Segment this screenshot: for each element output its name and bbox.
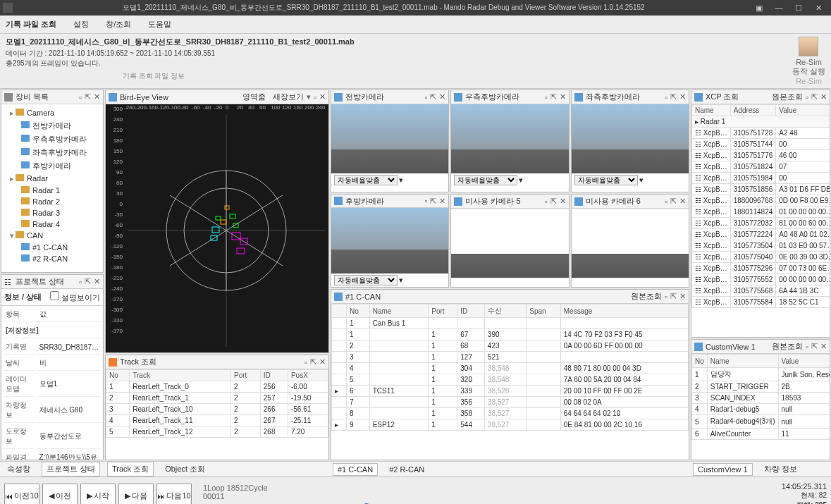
tree-item[interactable]: 우측후방카메라 bbox=[4, 133, 100, 146]
tab-ccan[interactable]: #1 C-CAN bbox=[333, 463, 378, 476]
bev-title: Bird-Eye View bbox=[120, 93, 168, 102]
camera-feed bbox=[451, 104, 568, 173]
menu-tab-settings[interactable]: 설정 bbox=[73, 19, 89, 30]
bev-reset-btn[interactable]: 새장보기 bbox=[273, 92, 304, 102]
play-다음10[interactable]: ⏭ 다음10 bbox=[156, 484, 192, 505]
can-tab-footer: #1 C-CAN #2 R-CAN bbox=[330, 461, 690, 477]
camera-zoom-select[interactable]: 자동배율맞춤 bbox=[334, 275, 398, 285]
menu-icon[interactable]: ▣ bbox=[749, 4, 769, 13]
can-source-btn[interactable]: 원본조회 bbox=[631, 291, 662, 302]
menu-tab-main[interactable]: 기록 파일 조회 bbox=[6, 19, 56, 30]
panel-pin2-icon[interactable]: ⇱ bbox=[85, 277, 91, 286]
status-label: 정보 / 상태 bbox=[4, 292, 42, 302]
project-icon: ☷ bbox=[4, 278, 13, 286]
player-bar: ⏮ 이전10◀ 이전▶ 시작▶ 다음⏭ 다음10 1Loop 18512Cycl… bbox=[0, 477, 831, 504]
panel-close-icon[interactable]: ✕ bbox=[94, 92, 100, 102]
tab-cv[interactable]: CustomView 1 bbox=[693, 463, 753, 476]
svg-line-5 bbox=[226, 195, 283, 231]
cv-title: CustomView 1 bbox=[706, 343, 756, 351]
camera-feed bbox=[572, 104, 689, 173]
tree-item[interactable]: ▸Camera bbox=[4, 107, 100, 119]
tree-item[interactable]: 전방카메라 bbox=[4, 119, 100, 133]
window-title: 모델1_20211110_제네시스_G80_비_동부간선도로_SRR30_DH8… bbox=[18, 3, 749, 13]
workspace: 장비 목록 ▫ ⇱ ✕ ▸Camera전방카메라우측후방카메라좌측후방카메라후방… bbox=[0, 89, 831, 477]
panel-pin-icon[interactable]: ▫ bbox=[79, 93, 82, 102]
tree-item[interactable]: #1 C-CAN bbox=[4, 242, 100, 253]
resim-icon bbox=[799, 37, 818, 56]
tab-carinfo[interactable]: 차량 정보 bbox=[760, 462, 801, 476]
tree-item[interactable]: 좌측후방카메라 bbox=[4, 146, 100, 159]
menu-tab-view[interactable]: 창/조회 bbox=[106, 19, 131, 30]
svg-rect-11 bbox=[230, 214, 235, 219]
tab-object[interactable]: Object 조회 bbox=[161, 462, 209, 476]
timeline[interactable]: 1Loop 18512Cycle00011 bbox=[203, 484, 773, 505]
play-이전10[interactable]: ⏮ 이전10 bbox=[4, 484, 39, 505]
tree-item[interactable]: Radar 4 bbox=[4, 219, 100, 230]
resim-button[interactable]: Re-Sim 동작 실행 Re-Sim bbox=[792, 37, 825, 85]
tab-project[interactable]: 프로젝트 상태 bbox=[42, 462, 100, 477]
svg-line-4 bbox=[170, 195, 226, 231]
tree-item[interactable]: Radar 2 bbox=[4, 196, 100, 207]
equip-icon bbox=[4, 93, 13, 102]
tree-item[interactable]: 후방카메라 bbox=[4, 159, 100, 173]
track-title: Track 조회 bbox=[120, 357, 156, 367]
svg-line-6 bbox=[170, 231, 226, 266]
camera-panel: 좌측후방카메라▫⇱✕자동배율맞춤 ▾ bbox=[571, 90, 689, 192]
minimize-button[interactable]: — bbox=[769, 4, 789, 12]
project-title: 프로젝트 상태 bbox=[16, 276, 64, 287]
cv-table[interactable]: NoNameValue단위1담당자Junlk Son, Research Eng… bbox=[691, 354, 830, 440]
panel-pin-icon[interactable]: ▫ bbox=[79, 278, 82, 286]
cv-source-btn[interactable]: 원본조회 bbox=[772, 341, 803, 352]
camera-icon bbox=[334, 197, 343, 205]
tab-track[interactable]: Track 조회 bbox=[107, 462, 154, 477]
camera-icon bbox=[454, 93, 462, 102]
track-table[interactable]: NoTrackPortIDPosX1RearLeft_Track_02256-6… bbox=[106, 369, 328, 438]
maximize-button[interactable]: ☐ bbox=[789, 4, 808, 13]
toggle-desc[interactable]: 설명보이기 bbox=[50, 291, 100, 303]
play-이전[interactable]: ◀ 이전 bbox=[42, 484, 78, 505]
camera-zoom-select[interactable]: 자동배율맞춤 bbox=[574, 175, 638, 185]
camera-panel: 전방카메라▫⇱✕자동배율맞춤 ▾ bbox=[331, 90, 449, 192]
play-다음[interactable]: ▶ 다음 bbox=[118, 484, 154, 505]
right-tab-footer: CustomView 1 차량 정보 bbox=[690, 461, 831, 477]
tree-item[interactable]: Radar 3 bbox=[4, 207, 100, 219]
equipment-panel: 장비 목록 ▫ ⇱ ✕ ▸Camera전방카메라우측후방카메라좌측후방카메라후방… bbox=[1, 90, 104, 273]
cv-icon bbox=[694, 343, 703, 351]
menu-tab-help[interactable]: 도움말 bbox=[148, 19, 171, 30]
track-tab-footer: Track 조회 Object 조회 bbox=[104, 461, 330, 477]
xcp-source-btn[interactable]: 원본조회 bbox=[772, 92, 803, 102]
camera-icon bbox=[574, 93, 583, 102]
camera-zoom-select[interactable]: 자동배율맞춤 bbox=[334, 175, 398, 185]
tree-item[interactable]: ▾CAN bbox=[4, 230, 100, 242]
left-tab-footer: 속성창 프로젝트 상태 bbox=[0, 461, 104, 477]
file-name: 모델1_20211110_제네시스_G80_비_동부간선도로_SRR30_DH8… bbox=[6, 37, 792, 47]
panel-close-icon[interactable]: ✕ bbox=[94, 277, 100, 286]
tree-item[interactable]: ▸Radar bbox=[4, 173, 100, 185]
project-panel: ☷ 프로젝트 상태 ▫ ⇱ ✕ 정보 / 상태 설명보이기 항목값 [저장정보]… bbox=[1, 274, 104, 460]
tab-rcan[interactable]: #2 R-CAN bbox=[385, 464, 429, 475]
track-icon bbox=[109, 358, 117, 367]
equipment-tree[interactable]: ▸Camera전방카메라우측후방카메라좌측후방카메라후방카메라▸RadarRad… bbox=[1, 104, 103, 267]
tab-props[interactable]: 속성창 bbox=[3, 462, 35, 476]
camera-panel: 미사용 카메라 5▫⇱✕ bbox=[450, 194, 569, 288]
close-button[interactable]: ✕ bbox=[808, 4, 828, 13]
track-panel: Track 조회 ▫⇱✕ NoTrackPortIDPosX1RearLeft_… bbox=[105, 355, 329, 460]
bev-canvas[interactable]: 3002402101801501209060300-30-60-90-120-1… bbox=[106, 104, 328, 352]
camera-panel: 미사용 카메라 6▫⇱✕ bbox=[571, 194, 689, 288]
can-table[interactable]: NoNamePortID수신SpanMessage1Can Bus 111673… bbox=[331, 304, 689, 431]
data-period: 데이터 기간 : 2021-11-10 14:05:19.652 ~ 2021-… bbox=[6, 49, 792, 59]
svg-rect-17 bbox=[225, 206, 229, 209]
svg-rect-19 bbox=[237, 248, 245, 254]
svg-rect-10 bbox=[221, 220, 226, 224]
svg-line-7 bbox=[226, 231, 283, 266]
bev-zoom-btn[interactable]: 영역줌 bbox=[242, 92, 266, 102]
tree-item[interactable]: #2 R-CAN bbox=[4, 253, 100, 264]
camera-feed bbox=[331, 104, 448, 173]
panel-pin2-icon[interactable]: ⇱ bbox=[85, 92, 91, 102]
play-시작[interactable]: ▶ 시작 bbox=[80, 484, 116, 505]
xcp-table[interactable]: NameAddressValue▸ Radar 1☷ XcpB…31057517… bbox=[691, 104, 830, 308]
camera-zoom-select[interactable]: 자동배율맞춤 bbox=[454, 175, 517, 185]
can-icon bbox=[334, 293, 343, 301]
tree-item[interactable]: Radar 1 bbox=[4, 185, 100, 196]
xcp-panel: XCP 조회 원본조회 ▫⇱✕ NameAddressValue▸ Radar … bbox=[691, 90, 830, 338]
